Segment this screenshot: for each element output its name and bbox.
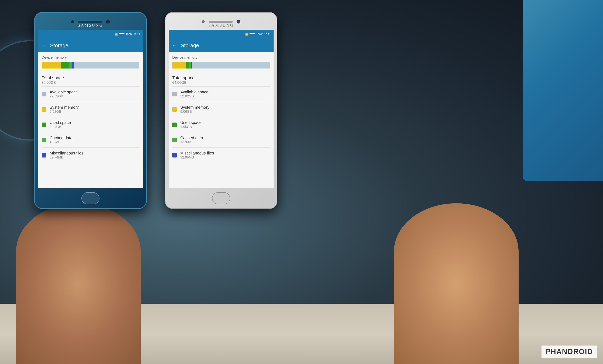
sys-text-left: System memory 6.62GB xyxy=(50,105,139,114)
cache-name-right: Cached data xyxy=(180,136,270,140)
swatch-avail-left xyxy=(42,92,46,96)
swatch-cache-right xyxy=(172,138,177,142)
status-icons-right: 📶 ▀▀▀ 100% 18:11 xyxy=(245,33,271,36)
avail-name-left: Available space xyxy=(50,90,139,94)
misc-name-right: Miscellaneous files xyxy=(180,151,270,156)
storage-item-avail-right: Available space 52.82GB xyxy=(169,87,274,102)
misc-val-left: 32.74MB xyxy=(50,156,139,159)
status-icons-left: 📶 ▀▀▀ 100% 18:11 xyxy=(115,33,140,36)
used-val-right: 1.95GB xyxy=(180,125,270,129)
screen-content-left: Device memory Total space 32.00GB Availa… xyxy=(38,52,143,188)
back-arrow-left[interactable]: ← xyxy=(42,43,47,48)
total-space-value-left: 32.00GB xyxy=(42,80,139,85)
storage-bar-left xyxy=(42,62,139,68)
avail-text-left: Available space 22.52GB xyxy=(50,90,139,98)
misc-text-right: Miscellaneous files 32.95MB xyxy=(180,151,270,159)
misc-val-right: 32.95MB xyxy=(180,156,270,159)
cache-name-left: Cached data xyxy=(50,136,139,140)
storage-item-sys-left: System memory 6.62GB xyxy=(38,102,143,117)
sys-name-left: System memory xyxy=(50,105,139,110)
swatch-used-left xyxy=(42,123,46,127)
swatch-misc-left xyxy=(42,153,46,158)
total-space-right: Total space 64.00GB xyxy=(169,72,274,86)
bar-avail-right xyxy=(192,62,270,68)
bar-cached-left xyxy=(69,62,72,68)
bar-system-right xyxy=(172,62,186,68)
app-bar-left: ← Storage xyxy=(38,39,143,52)
app-bar-right: ← Storage xyxy=(169,39,274,52)
total-space-value-right: 64.00GB xyxy=(172,80,270,85)
sys-val-right: 9.06GB xyxy=(180,110,270,114)
bar-used-left xyxy=(61,62,69,68)
storage-item-sys-right: System memory 9.06GB xyxy=(169,102,274,117)
misc-text-left: Miscellaneous files 32.74MB xyxy=(50,151,139,159)
storage-item-misc-right: Miscellaneous files 32.95MB xyxy=(169,148,274,163)
status-bar-right: 📶 ▀▀▀ 100% 18:11 xyxy=(169,30,274,39)
sys-val-left: 6.62GB xyxy=(50,110,139,114)
bar-avail-left xyxy=(74,62,139,68)
storage-item-cache-left: Cached data 402MB xyxy=(38,132,143,148)
total-space-label-right: Total space xyxy=(172,75,270,80)
used-name-right: Used space xyxy=(180,120,270,125)
storage-item-used-right: Used space 1.95GB xyxy=(169,117,274,132)
swatch-used-right xyxy=(172,123,177,127)
signal-icon-left: ▀▀▀ xyxy=(119,33,125,36)
sys-name-right: System memory xyxy=(180,105,270,110)
cache-text-right: Cached data 137MB xyxy=(180,136,270,144)
phone-left: SAMSUNG 📶 ▀▀▀ 100% 18:11 ← Storage Devic… xyxy=(34,12,147,209)
storage-item-misc-left: Miscellaneous files 32.74MB xyxy=(38,148,143,163)
avail-name-right: Available space xyxy=(180,90,270,94)
used-name-left: Used space xyxy=(50,120,139,125)
blue-person-bg xyxy=(522,0,603,181)
phandroid-watermark: PHANDROID xyxy=(542,345,597,358)
cache-text-left: Cached data 402MB xyxy=(50,136,139,144)
section-label-right: Device memory xyxy=(169,52,274,62)
camera-right xyxy=(237,20,240,23)
sys-text-right: System memory 9.06GB xyxy=(180,105,270,114)
bar-system-left xyxy=(42,62,61,68)
bar-used-right xyxy=(186,62,189,68)
cache-val-left: 402MB xyxy=(50,140,139,144)
phone-right: SAMSUNG 📶 ▀▀▀ 100% 18:11 ← Storage Devic… xyxy=(165,12,277,209)
bar-cached-right xyxy=(189,62,191,68)
swatch-sys-left xyxy=(42,107,46,112)
hand-left xyxy=(16,203,141,364)
used-val-left: 2.44GB xyxy=(50,125,139,129)
camera-left xyxy=(106,20,110,23)
speaker-grille-right xyxy=(209,21,233,23)
phone-left-screen: 📶 ▀▀▀ 100% 18:11 ← Storage Device memory xyxy=(38,30,143,188)
wifi-icon-left: 📶 xyxy=(115,33,118,36)
speaker-grille-left xyxy=(78,21,102,23)
storage-item-cache-right: Cached data 137MB xyxy=(169,132,274,148)
status-bar-left: 📶 ▀▀▀ 100% 18:11 xyxy=(38,30,143,39)
samsung-logo-left: SAMSUNG xyxy=(78,23,103,28)
time-left: 18:11 xyxy=(133,33,140,36)
swatch-avail-right xyxy=(172,92,177,96)
battery-left: 100% xyxy=(126,33,132,36)
storage-bar-right xyxy=(172,62,270,68)
used-text-left: Used space 2.44GB xyxy=(50,120,139,129)
speaker-dot-right xyxy=(202,20,205,23)
total-space-left: Total space 32.00GB xyxy=(38,72,143,86)
swatch-misc-right xyxy=(172,153,177,158)
swatch-cache-left xyxy=(42,138,46,142)
avail-val-left: 22.52GB xyxy=(50,94,139,98)
bar-misc-left xyxy=(72,62,74,68)
avail-val-right: 52.82GB xyxy=(180,94,270,98)
cache-val-right: 137MB xyxy=(180,140,270,144)
battery-right: 100% xyxy=(256,33,263,36)
section-label-left: Device memory xyxy=(38,52,143,62)
swatch-sys-right xyxy=(172,107,177,112)
storage-item-avail-left: Available space 22.52GB xyxy=(38,87,143,102)
hand-right xyxy=(394,203,519,364)
home-button-right[interactable] xyxy=(212,192,230,204)
used-text-right: Used space 1.95GB xyxy=(180,120,270,129)
back-arrow-right[interactable]: ← xyxy=(172,43,177,48)
app-title-left: Storage xyxy=(50,42,68,49)
speaker-dot-left xyxy=(71,20,74,23)
home-button-left[interactable] xyxy=(81,192,100,204)
avail-text-right: Available space 52.82GB xyxy=(180,90,270,98)
total-space-label-left: Total space xyxy=(42,75,139,80)
misc-name-left: Miscellaneous files xyxy=(50,151,139,156)
wifi-icon-right: 📶 xyxy=(245,33,248,36)
